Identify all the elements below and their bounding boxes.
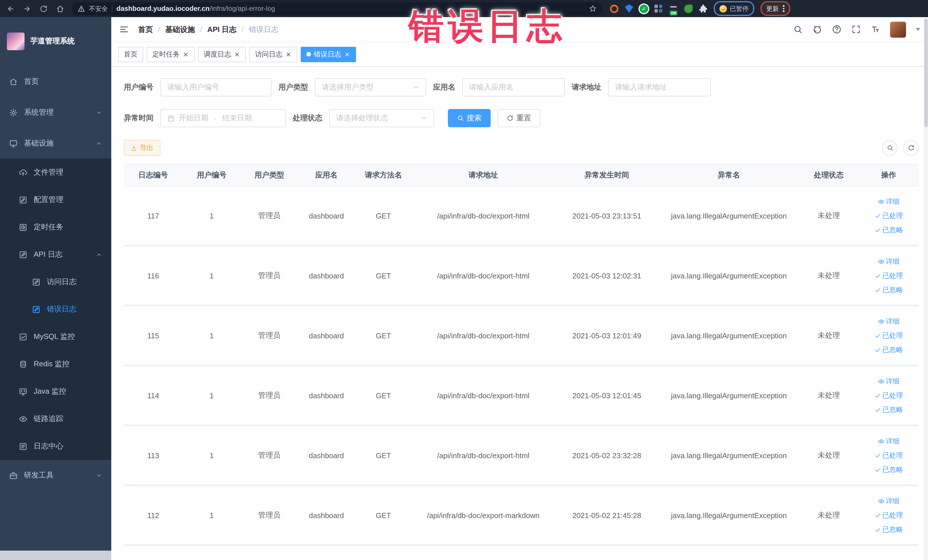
placeholder: 请输入应用名 xyxy=(469,82,513,92)
processed-link[interactable]: 已处理 xyxy=(875,450,903,460)
home-icon[interactable] xyxy=(55,4,64,13)
eye-icon xyxy=(878,438,884,444)
user-id-input[interactable]: 请输入用户编号 xyxy=(160,78,272,96)
process-status-select[interactable]: 请选择处理状态 xyxy=(329,109,434,127)
ignored-link[interactable]: 已忽略 xyxy=(875,465,903,475)
log-icon xyxy=(32,278,41,286)
processed-link[interactable]: 已处理 xyxy=(875,271,903,281)
sidebar-item[interactable]: 首页 xyxy=(0,66,111,97)
processed-link[interactable]: 已处理 xyxy=(875,391,903,400)
cell-time: 2021-05-02 23:32:28 xyxy=(554,451,659,459)
hamburger-icon[interactable] xyxy=(119,24,129,34)
sidebar-item[interactable]: 配置管理 xyxy=(0,186,111,214)
cell-url: /api/infra/db-doc/export-html xyxy=(412,331,554,340)
sidebar-item[interactable]: 文件管理 xyxy=(0,159,111,186)
extension-green-check-icon[interactable]: ✓ xyxy=(640,4,648,13)
avatar[interactable] xyxy=(890,21,906,37)
extension-green-leaf-icon[interactable] xyxy=(684,4,693,13)
export-button[interactable]: 导出 xyxy=(124,140,160,156)
breadcrumb-item[interactable]: 基础设施 xyxy=(165,24,195,35)
app-name-input[interactable]: 请输入应用名 xyxy=(462,78,565,96)
extensions-puzzle-icon[interactable] xyxy=(699,4,707,13)
page-scrollbar[interactable] xyxy=(924,17,928,560)
placeholder: 请输入用户编号 xyxy=(167,82,219,92)
close-icon[interactable] xyxy=(285,51,292,57)
url-path: /infra/log/api-error-log xyxy=(210,5,275,12)
tools-icon xyxy=(9,471,18,479)
forward-icon[interactable] xyxy=(22,4,31,13)
exception-time-label: 异常时间 xyxy=(124,113,154,123)
fullscreen-icon[interactable] xyxy=(851,24,861,34)
processed-link[interactable]: 已处理 xyxy=(875,331,903,340)
cell-status: 未处理 xyxy=(799,450,859,461)
eye-icon xyxy=(878,258,884,264)
sidebar-item[interactable]: Java 监控 xyxy=(0,378,111,405)
cell-actions: 详细 已处理 已忽略 xyxy=(859,496,919,534)
refresh-table-button[interactable] xyxy=(903,140,919,156)
request-url-input[interactable]: 请输入请求地址 xyxy=(608,78,711,96)
detail-link[interactable]: 详细 xyxy=(878,197,899,206)
sidebar-item[interactable]: API 日志 xyxy=(0,241,111,268)
processed-link[interactable]: 已处理 xyxy=(875,510,903,520)
detail-link[interactable]: 详细 xyxy=(878,376,899,386)
scrollbar-thumb[interactable] xyxy=(924,19,928,127)
sidebar-item[interactable]: 日志中心 xyxy=(0,432,111,460)
update-button[interactable]: 更新 xyxy=(760,1,790,16)
caret-down-icon[interactable] xyxy=(916,28,920,31)
search-button[interactable]: 搜索 xyxy=(448,109,491,127)
view-tab[interactable]: 首页 xyxy=(118,46,143,62)
cell-url: /api/infra/db-doc/export-markdown xyxy=(412,511,554,519)
user-type-select[interactable]: 请选择用户类型 xyxy=(315,78,426,96)
date-range-input[interactable]: 开始日期 - 结束日期 xyxy=(160,109,286,127)
detail-link[interactable]: 详细 xyxy=(878,316,899,326)
eye-icon xyxy=(878,378,884,384)
sidebar-item[interactable]: 系统管理 xyxy=(0,97,111,128)
view-tab[interactable]: 错误日志 xyxy=(301,46,356,62)
sidebar-item[interactable]: 链路追踪 xyxy=(0,405,111,432)
cell-user_id: 1 xyxy=(183,391,241,400)
extension-switch-on-icon[interactable] xyxy=(669,4,678,13)
sidebar-item[interactable]: Redis 监控 xyxy=(0,350,111,378)
logo-row[interactable]: 芋道管理系统 xyxy=(0,17,111,57)
ignored-link[interactable]: 已忽略 xyxy=(875,405,903,415)
sidebar-item[interactable]: MySQL 监控 xyxy=(0,323,111,350)
sidebar-item[interactable]: 访问日志 xyxy=(0,268,111,296)
ignored-link[interactable]: 已忽略 xyxy=(875,225,903,235)
extension-blue-shield-icon[interactable] xyxy=(625,4,633,13)
ignored-link[interactable]: 已忽略 xyxy=(875,345,903,355)
sidebar-item[interactable]: 研发工具 xyxy=(0,460,111,491)
breadcrumb-item[interactable]: 首页 xyxy=(138,24,153,35)
filter-app-name: 应用名 请输入应用名 xyxy=(433,78,565,96)
ignored-link[interactable]: 已忽略 xyxy=(875,285,903,295)
filter-user-id: 用户编号 请输入用户编号 xyxy=(124,78,272,96)
close-icon[interactable] xyxy=(183,51,189,57)
detail-link[interactable]: 详细 xyxy=(878,436,899,446)
font-size-icon[interactable] xyxy=(871,24,881,34)
paused-badge[interactable]: 已暂停 xyxy=(714,1,754,16)
reset-button[interactable]: 重置 xyxy=(498,109,540,127)
detail-link[interactable]: 详细 xyxy=(878,256,899,266)
redis-icon xyxy=(19,360,27,368)
extension-grid-icon[interactable] xyxy=(655,4,663,13)
sidebar-item[interactable]: 基础设施 xyxy=(0,128,111,159)
view-tab[interactable]: 定时任务 xyxy=(147,46,195,62)
github-icon[interactable] xyxy=(812,24,822,34)
back-icon[interactable] xyxy=(6,4,15,13)
processed-link[interactable]: 已处理 xyxy=(875,211,903,221)
help-icon[interactable] xyxy=(832,24,841,34)
extension-orange-ring-icon[interactable] xyxy=(610,4,618,13)
menu-dots-icon[interactable] xyxy=(783,5,784,12)
sidebar-item[interactable]: 错误日志 xyxy=(0,296,111,323)
view-tab[interactable]: 访问日志 xyxy=(249,46,297,62)
close-icon[interactable] xyxy=(344,51,350,57)
breadcrumb-item[interactable]: API 日志 xyxy=(208,24,237,35)
view-tab[interactable]: 调度日志 xyxy=(198,46,246,62)
toggle-search-button[interactable] xyxy=(882,140,897,156)
bookmark-star-icon[interactable] xyxy=(589,5,597,12)
close-icon[interactable] xyxy=(234,51,240,57)
search-icon[interactable] xyxy=(793,24,803,34)
reload-icon[interactable] xyxy=(39,4,48,13)
detail-link[interactable]: 详细 xyxy=(878,496,899,506)
ignored-link[interactable]: 已忽略 xyxy=(875,525,903,534)
sidebar-item[interactable]: 定时任务 xyxy=(0,214,111,241)
